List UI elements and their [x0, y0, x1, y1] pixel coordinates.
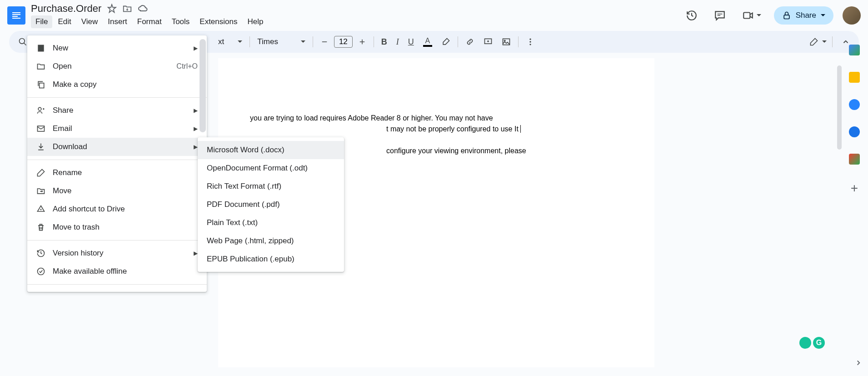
- menu-bar: File Edit View Insert Format Tools Exten…: [31, 15, 682, 28]
- menu-email[interactable]: Email ▶: [27, 120, 207, 138]
- underline-icon[interactable]: U: [404, 35, 418, 50]
- separator: [374, 36, 374, 47]
- document-scrollbar[interactable]: [837, 65, 842, 150]
- font-size-input[interactable]: 12: [334, 36, 353, 48]
- docs-logo-icon[interactable]: [7, 6, 25, 25]
- menu-move-trash[interactable]: Move to trash: [27, 218, 207, 236]
- lock-icon: [782, 11, 791, 20]
- comments-icon[interactable]: [710, 6, 729, 25]
- menu-insert[interactable]: Insert: [103, 15, 132, 28]
- more-icon[interactable]: [522, 35, 539, 49]
- calendar-icon[interactable]: [849, 45, 860, 55]
- chevron-down-icon: [301, 40, 305, 44]
- menu-file[interactable]: File: [31, 15, 52, 28]
- menu-make-copy[interactable]: Make a copy: [27, 75, 207, 94]
- menu-view[interactable]: View: [77, 15, 103, 28]
- text-color-icon[interactable]: A: [419, 34, 436, 50]
- menu-format[interactable]: Format: [133, 15, 166, 28]
- title-row: Purchase.Order: [31, 3, 682, 15]
- font-dropdown[interactable]: Times: [254, 35, 309, 48]
- menu-add-shortcut[interactable]: Add shortcut to Drive: [27, 200, 207, 218]
- download-rtf[interactable]: Rich Text Format (.rtf): [198, 177, 344, 196]
- history-icon: [36, 249, 45, 258]
- menu-share[interactable]: Share ▶: [27, 101, 207, 120]
- download-html[interactable]: Web Page (.html, zipped): [198, 232, 344, 250]
- menu-move[interactable]: Move: [27, 182, 207, 200]
- download-docx[interactable]: Microsoft Word (.docx): [198, 141, 344, 159]
- user-avatar[interactable]: [843, 6, 861, 25]
- download-odt[interactable]: OpenDocument Format (.odt): [198, 159, 344, 177]
- decrease-font-icon[interactable]: [317, 35, 332, 49]
- keep-icon[interactable]: [849, 72, 860, 83]
- side-panel: +: [841, 41, 868, 196]
- pencil-icon: [36, 168, 45, 177]
- grammarly-icon: G: [813, 337, 825, 349]
- menu-version-history[interactable]: Version history ▶: [27, 244, 207, 262]
- editing-mode-button[interactable]: [809, 37, 827, 46]
- meet-icon[interactable]: [738, 6, 765, 25]
- chevron-down-icon: [821, 13, 825, 18]
- svg-point-7: [529, 41, 531, 42]
- menu-divider: [27, 160, 207, 160]
- tasks-icon[interactable]: [849, 99, 860, 110]
- move-icon: [36, 186, 45, 196]
- bold-icon[interactable]: B: [378, 35, 391, 50]
- offline-icon: [36, 267, 45, 276]
- menu-extensions[interactable]: Extensions: [195, 15, 242, 28]
- menu-make-offline[interactable]: Make available offline: [27, 262, 207, 281]
- drive-shortcut-icon: [36, 205, 45, 214]
- document-icon: [36, 44, 45, 53]
- chevron-right-icon: ▶: [194, 107, 198, 114]
- menu-open[interactable]: Open Ctrl+O: [27, 57, 207, 75]
- add-comment-icon[interactable]: [480, 35, 496, 49]
- svg-rect-1: [784, 15, 789, 19]
- share-button[interactable]: Share: [774, 6, 833, 25]
- download-pdf[interactable]: PDF Document (.pdf): [198, 196, 344, 214]
- chevron-right-icon: ▶: [194, 125, 198, 132]
- menu-tools[interactable]: Tools: [167, 15, 195, 28]
- menu-rename[interactable]: Rename: [27, 164, 207, 182]
- svg-rect-9: [40, 83, 44, 88]
- separator: [518, 36, 519, 47]
- insert-image-icon[interactable]: [498, 35, 514, 49]
- side-panel-chevron-icon[interactable]: [854, 359, 863, 367]
- app-header: Purchase.Order File Edit View Insert For…: [0, 0, 868, 31]
- grammarly-badge[interactable]: G: [799, 337, 825, 349]
- header-right: Share: [682, 6, 861, 25]
- maps-icon[interactable]: [849, 154, 860, 165]
- history-icon[interactable]: [682, 6, 701, 25]
- download-txt[interactable]: Plain Text (.txt): [198, 214, 344, 232]
- svg-point-8: [529, 44, 531, 45]
- svg-point-6: [529, 39, 531, 40]
- star-icon[interactable]: [107, 4, 117, 14]
- download-epub[interactable]: EPUB Publication (.epub): [198, 250, 344, 268]
- document-title[interactable]: Purchase.Order: [31, 3, 101, 15]
- chevron-right-icon: ▶: [194, 144, 198, 150]
- style-dropdown[interactable]: xt: [215, 35, 246, 48]
- menu-help[interactable]: Help: [243, 15, 268, 28]
- add-panel-icon[interactable]: +: [851, 181, 858, 196]
- chevron-down-icon: [238, 40, 242, 44]
- email-icon: [36, 124, 45, 133]
- folder-icon: [36, 62, 45, 71]
- increase-font-icon[interactable]: [354, 35, 370, 49]
- cloud-status-icon[interactable]: [138, 3, 149, 14]
- menu-divider: [27, 284, 207, 285]
- grammarly-icon: [799, 337, 811, 349]
- menu-new[interactable]: New ▶: [27, 39, 207, 57]
- download-icon: [36, 142, 45, 151]
- move-folder-icon[interactable]: [122, 4, 132, 14]
- highlight-icon[interactable]: [438, 35, 454, 49]
- svg-point-10: [38, 107, 41, 110]
- title-area: Purchase.Order File Edit View Insert For…: [31, 3, 682, 28]
- separator: [458, 36, 458, 47]
- contacts-icon[interactable]: [849, 126, 860, 137]
- menu-scrollbar[interactable]: [200, 39, 206, 132]
- separator: [832, 36, 833, 47]
- link-icon[interactable]: [462, 35, 478, 49]
- menu-download[interactable]: Download ▶: [27, 138, 207, 156]
- menu-edit[interactable]: Edit: [53, 15, 75, 28]
- person-add-icon: [36, 106, 45, 115]
- svg-point-12: [38, 268, 45, 275]
- italic-icon[interactable]: I: [393, 35, 403, 50]
